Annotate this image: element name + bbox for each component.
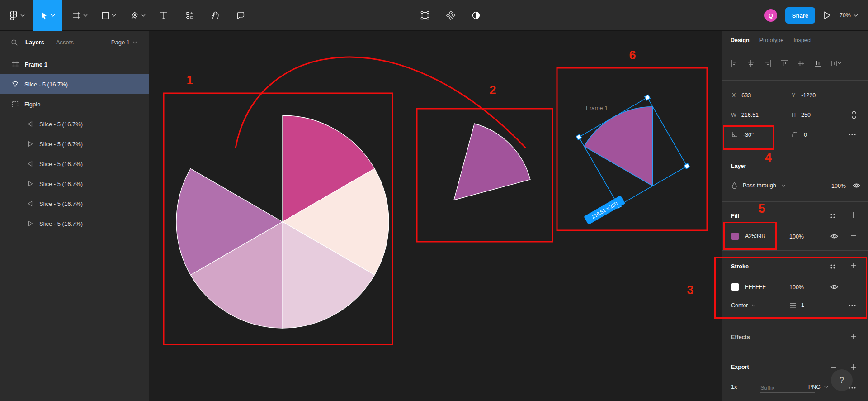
layer-row-frame1[interactable]: Frame 1 [0, 54, 149, 74]
comment-tool-button[interactable] [230, 0, 250, 31]
tab-assets[interactable]: Assets [56, 39, 74, 46]
stroke-weight-value[interactable]: 1 [801, 302, 804, 308]
move-tool-button[interactable] [33, 0, 62, 31]
rotation-field[interactable]: -30° [731, 131, 754, 138]
zoom-level-dropdown[interactable]: 70% [840, 12, 858, 19]
pen-tool-button[interactable] [125, 0, 151, 31]
shape-tool-button[interactable] [96, 0, 122, 31]
canvas[interactable]: Frame 1 216.51 x 250 1 2 [149, 31, 722, 401]
y-value[interactable]: -1220 [801, 92, 816, 99]
text-tool-button[interactable] [154, 0, 174, 31]
x-value[interactable]: 633 [741, 92, 751, 99]
corner-radius-field[interactable]: 0 [792, 131, 807, 138]
tab-prototype[interactable]: Prototype [760, 37, 784, 43]
stroke-more-options-icon[interactable] [848, 304, 856, 307]
stroke-styles-icon[interactable] [830, 263, 836, 270]
w-value[interactable]: 216.51 [741, 112, 759, 118]
fill-color-swatch[interactable] [731, 233, 739, 240]
layer-row-slice[interactable]: Slice - 5 (16.7%) [0, 214, 149, 234]
component-tool-button[interactable] [180, 0, 200, 31]
tab-design[interactable]: Design [731, 37, 750, 43]
layer-row-slice[interactable]: Slice - 5 (16.7%) [0, 194, 149, 214]
fill-visibility-eye-icon[interactable] [830, 234, 838, 239]
selected-slice[interactable] [579, 97, 687, 205]
layer-row-slice[interactable]: Slice - 5 (16.7%) [0, 174, 149, 194]
main-menu-button[interactable] [4, 0, 30, 31]
stroke-weight-field[interactable]: 1 [789, 302, 804, 308]
align-top-icon[interactable] [781, 60, 788, 67]
help-button[interactable]: ? [831, 369, 853, 391]
align-vertical-center-icon[interactable] [797, 60, 805, 67]
export-format-dropdown[interactable]: PNG [808, 384, 828, 390]
layer-row-slice[interactable]: Slice - 5 (16.7%) [0, 114, 149, 134]
present-play-icon[interactable] [823, 11, 831, 20]
stroke-visibility-eye-icon[interactable] [830, 284, 838, 290]
stroke-align-dropdown[interactable]: Center [731, 302, 756, 309]
search-icon[interactable] [11, 39, 18, 46]
fill-styles-icon[interactable] [830, 213, 836, 219]
fill-color-row[interactable]: A2539B [731, 233, 765, 240]
hand-tool-button[interactable] [205, 0, 225, 31]
selected-slice-group[interactable]: 216.51 x 250 [547, 95, 689, 225]
layer-visibility-eye-icon[interactable] [853, 183, 860, 188]
page-selector[interactable]: Page 1 [111, 39, 137, 46]
fill-hex-value[interactable]: A2539B [745, 233, 765, 239]
stroke-color-swatch[interactable] [731, 283, 739, 291]
fill-opacity-value[interactable]: 100% [789, 234, 804, 240]
stroke-color-row[interactable]: FFFFFF [731, 283, 766, 291]
align-right-icon[interactable] [764, 60, 771, 67]
width-field[interactable]: W 216.51 [731, 112, 759, 118]
stroke-add-icon[interactable] [850, 263, 857, 269]
x-position-field[interactable]: X 633 [732, 92, 751, 99]
annotation-number-1: 1 [186, 73, 193, 87]
detached-slice[interactable] [454, 124, 530, 200]
align-horizontal-center-icon[interactable] [747, 60, 755, 67]
pie-chart[interactable] [176, 115, 389, 328]
stroke-opacity-value[interactable]: 100% [789, 284, 804, 291]
fill-remove-icon[interactable] [850, 234, 857, 236]
tab-inspect[interactable]: Inspect [793, 37, 811, 43]
avatar[interactable]: Q [764, 9, 777, 22]
frame-name-label[interactable]: Frame 1 [586, 105, 608, 111]
comment-icon [236, 11, 245, 19]
rotation-value[interactable]: -30° [743, 132, 754, 138]
export-add-icon[interactable] [850, 364, 857, 370]
height-field[interactable]: H 250 [792, 112, 811, 118]
frame-tool-button[interactable] [67, 0, 93, 31]
h-value[interactable]: 250 [801, 112, 811, 118]
variants-button[interactable] [442, 0, 460, 31]
tab-layers[interactable]: Layers [25, 39, 44, 46]
rotation-angle-icon [731, 131, 738, 138]
mask-button[interactable] [467, 0, 485, 31]
more-options-icon[interactable] [848, 133, 856, 136]
x-label: X [732, 92, 736, 99]
align-bottom-icon[interactable] [814, 60, 821, 67]
edit-object-button[interactable] [416, 0, 434, 31]
stroke-remove-icon[interactable] [850, 285, 857, 287]
distribute-more-icon[interactable] [831, 60, 842, 67]
share-button[interactable]: Share [785, 7, 815, 24]
fill-add-icon[interactable] [850, 212, 857, 218]
layer-row-selected-slice[interactable]: Slice - 5 (16.7%) [0, 74, 149, 94]
blend-mode-dropdown[interactable]: Pass through [731, 182, 786, 189]
selection-handle[interactable] [645, 95, 650, 100]
layers-panel: Layers Assets Page 1 Frame 1 Slice - 5 (… [0, 31, 149, 401]
layer-row-slice[interactable]: Slice - 5 (16.7%) [0, 134, 149, 154]
export-scale-value[interactable]: 1x [731, 384, 737, 390]
stroke-hex-value[interactable]: FFFFFF [745, 284, 766, 290]
selection-handle[interactable] [576, 134, 581, 140]
layer-row-figpie[interactable]: Figpie [0, 94, 149, 114]
y-position-field[interactable]: Y -1220 [792, 92, 816, 99]
corner-radius-value[interactable]: 0 [804, 132, 807, 138]
layer-opacity-value[interactable]: 100% [831, 183, 846, 189]
effects-add-icon[interactable] [850, 333, 857, 339]
group-dashed-icon [12, 101, 19, 108]
size-tooltip: 216.51 x 250 [584, 196, 625, 225]
export-suffix-input[interactable] [760, 383, 815, 393]
align-left-icon[interactable] [731, 60, 738, 67]
constrain-proportions-icon[interactable] [851, 110, 857, 119]
export-remove-icon[interactable] [830, 367, 837, 368]
toolbar-right-cluster: Q Share 70% [764, 0, 868, 31]
layer-row-slice[interactable]: Slice - 5 (16.7%) [0, 154, 149, 174]
selection-handle[interactable] [684, 163, 689, 169]
